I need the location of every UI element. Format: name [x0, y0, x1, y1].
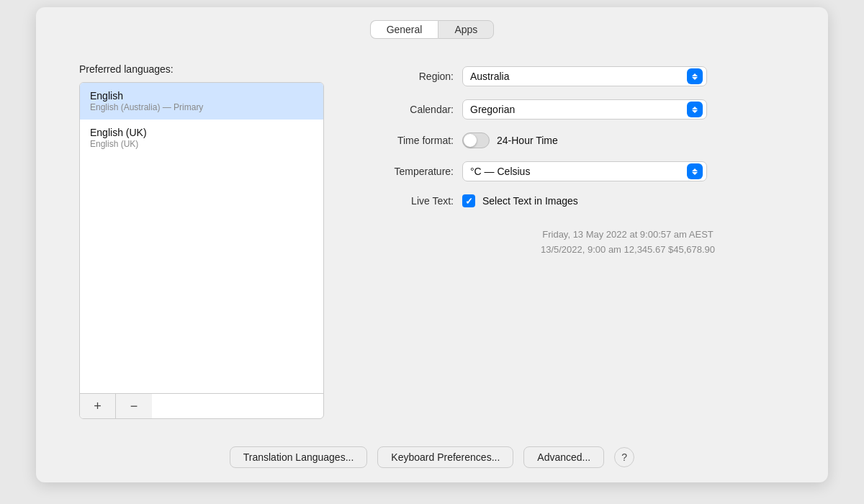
preview-section: Friday, 13 May 2022 at 9:00:57 am AEST 1…: [462, 228, 793, 258]
temperature-label: Temperature:: [353, 166, 454, 177]
region-select-wrapper: Australia: [462, 66, 707, 86]
remove-language-button[interactable]: −: [116, 394, 152, 418]
checkmark-icon: ✓: [465, 197, 473, 206]
list-controls: + −: [80, 393, 323, 418]
keyboard-preferences-button[interactable]: Keyboard Preferences...: [377, 446, 513, 468]
calendar-select-wrapper: Gregorian: [462, 99, 707, 120]
language-list-content: English English (Australia) — Primary En…: [80, 83, 323, 393]
live-text-checkbox-text: Select Text in Images: [482, 195, 578, 207]
region-label: Region:: [353, 71, 454, 82]
calendar-row: Calendar: Gregorian: [353, 99, 793, 120]
tab-apps[interactable]: Apps: [438, 20, 494, 39]
settings-window: General Apps Preferred languages: Englis…: [36, 7, 828, 482]
toggle-knob: [464, 134, 477, 147]
bottom-toolbar: Translation Languages... Keyboard Prefer…: [36, 433, 828, 482]
tab-bar: General Apps: [36, 7, 828, 46]
tab-general[interactable]: General: [370, 20, 438, 39]
temperature-row: Temperature: °C — Celsius: [353, 161, 793, 181]
time-format-row: Time format: 24-Hour Time: [353, 132, 793, 148]
translation-languages-button[interactable]: Translation Languages...: [230, 446, 368, 468]
live-text-checkbox[interactable]: ✓: [462, 194, 475, 207]
region-row: Region: Australia: [353, 66, 793, 86]
time-format-label: Time format:: [353, 135, 454, 146]
language-name: English: [90, 90, 313, 102]
list-item[interactable]: English (UK) English (UK): [80, 120, 323, 156]
add-language-button[interactable]: +: [80, 394, 116, 418]
calendar-label: Calendar:: [353, 104, 454, 115]
region-select[interactable]: Australia: [462, 66, 707, 86]
language-sub: English (UK): [90, 139, 313, 149]
temperature-select-wrapper: °C — Celsius: [462, 161, 707, 181]
right-panel: Region: Australia Calendar: Gregorian: [353, 63, 793, 419]
help-button[interactable]: ?: [614, 447, 634, 467]
left-panel: Preferred languages: English English (Au…: [79, 63, 324, 419]
preview-line-2: 13/5/2022, 9:00 am 12,345.67 $45,678.90: [462, 243, 793, 258]
calendar-select[interactable]: Gregorian: [462, 99, 707, 120]
temperature-select[interactable]: °C — Celsius: [462, 161, 707, 181]
preferred-languages-label: Preferred languages:: [79, 63, 324, 75]
list-item[interactable]: English English (Australia) — Primary: [80, 83, 323, 120]
language-list: English English (Australia) — Primary En…: [79, 82, 324, 419]
time-format-toggle-text: 24-Hour Time: [497, 135, 558, 146]
advanced-button[interactable]: Advanced...: [523, 446, 604, 468]
preview-line-1: Friday, 13 May 2022 at 9:00:57 am AEST: [462, 228, 793, 243]
live-text-row: Live Text: ✓ Select Text in Images: [353, 194, 793, 207]
main-content: Preferred languages: English English (Au…: [36, 46, 828, 433]
time-format-toggle[interactable]: [462, 132, 490, 148]
live-text-label: Live Text:: [353, 195, 454, 207]
language-name: English (UK): [90, 127, 313, 138]
language-sub: English (Australia) — Primary: [90, 102, 313, 112]
